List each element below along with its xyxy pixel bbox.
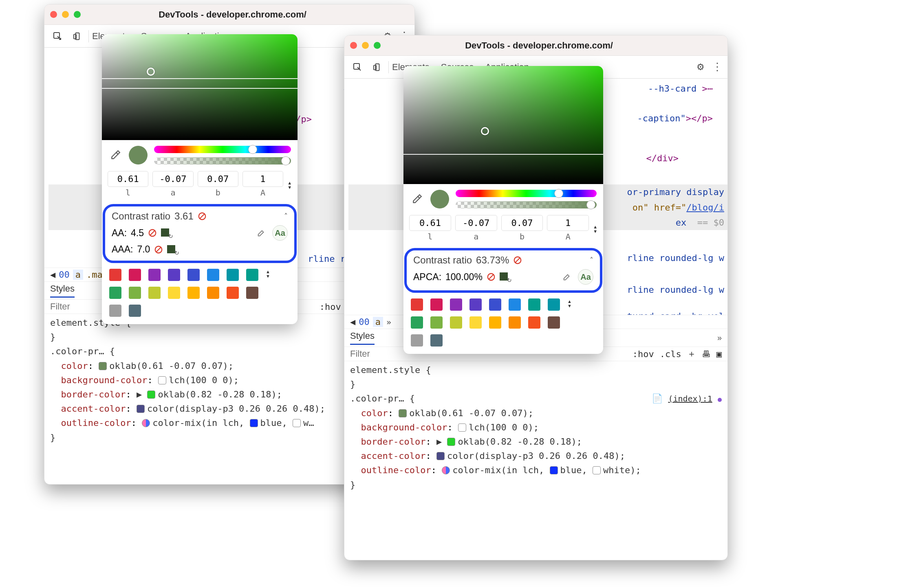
color-swatch-icon[interactable] <box>436 452 445 460</box>
add-rule-icon[interactable]: ＋ <box>687 348 696 360</box>
color-swatch-icon[interactable] <box>550 466 558 474</box>
bg-eyedropper-icon[interactable] <box>560 270 574 284</box>
device-icon[interactable] <box>69 28 85 44</box>
palette-swatch[interactable] <box>109 305 121 317</box>
inspect-icon[interactable] <box>349 59 366 75</box>
palette-swatch[interactable] <box>430 316 443 329</box>
palette-swatch[interactable] <box>207 287 219 299</box>
palette-swatch[interactable] <box>148 269 161 281</box>
palette-swatch[interactable] <box>469 298 482 311</box>
collapse-icon[interactable]: ˄ <box>590 256 593 265</box>
kebab-icon[interactable]: ⋮ <box>712 61 723 73</box>
palette-swatch[interactable] <box>227 269 239 281</box>
alpha-slider[interactable] <box>154 157 291 165</box>
palette-stepper[interactable]: ▲▼ <box>266 267 274 279</box>
palette-swatch[interactable] <box>509 316 521 329</box>
palette-swatch[interactable] <box>548 316 560 329</box>
color-spectrum[interactable] <box>102 34 298 140</box>
palette-swatch[interactable] <box>469 316 482 329</box>
tab-styles[interactable]: Styles <box>350 331 375 345</box>
a-input[interactable] <box>455 215 497 231</box>
palette-swatch[interactable] <box>168 269 180 281</box>
palette-swatch[interactable] <box>187 287 200 299</box>
palette-swatch[interactable] <box>187 269 200 281</box>
b-input[interactable] <box>198 171 238 187</box>
more-tabs-icon[interactable]: » <box>717 333 722 342</box>
hue-slider[interactable] <box>154 146 291 153</box>
maximize-icon[interactable] <box>374 42 381 49</box>
palette-swatch[interactable] <box>430 334 443 347</box>
palette-swatch[interactable] <box>411 334 423 347</box>
l-input[interactable] <box>409 215 451 231</box>
palette-swatch[interactable] <box>509 298 521 311</box>
b-input[interactable] <box>501 215 543 231</box>
palette-swatch[interactable] <box>528 316 540 329</box>
hover-toggle[interactable]: :hov <box>633 349 654 359</box>
palette-swatch[interactable] <box>411 298 423 311</box>
tab-styles[interactable]: Styles <box>50 283 75 298</box>
alpha-input[interactable] <box>547 215 589 231</box>
suggest-fix-icon[interactable] <box>500 272 511 281</box>
breadcrumb-num[interactable]: 00 <box>359 317 370 327</box>
alpha-slider[interactable] <box>456 201 597 208</box>
palette-swatch[interactable] <box>148 287 161 299</box>
palette-swatch[interactable] <box>489 316 501 329</box>
close-icon[interactable] <box>350 42 357 49</box>
color-swatch-icon[interactable] <box>137 405 145 413</box>
gear-icon[interactable]: ⚙ <box>692 59 709 75</box>
collapse-icon[interactable]: ˄ <box>284 212 288 221</box>
breadcrumb-a-item[interactable]: a <box>373 317 383 327</box>
color-swatch-icon[interactable] <box>593 466 601 474</box>
source-location[interactable]: 📄 (index):1 <box>652 391 722 406</box>
filter-input[interactable] <box>350 349 407 359</box>
inspect-icon[interactable] <box>49 28 66 44</box>
palette-swatch[interactable] <box>548 298 560 311</box>
color-swatch-icon[interactable] <box>399 409 407 417</box>
close-icon[interactable] <box>50 11 57 18</box>
maximize-icon[interactable] <box>74 11 81 18</box>
palette-stepper[interactable]: ▲▼ <box>567 297 576 308</box>
palette-swatch[interactable] <box>227 287 239 299</box>
eyedropper-icon[interactable] <box>410 192 424 206</box>
device-icon[interactable] <box>369 59 385 75</box>
palette-swatch[interactable] <box>246 287 258 299</box>
l-input[interactable] <box>108 171 148 187</box>
hue-slider[interactable] <box>456 190 597 197</box>
layout-icon[interactable]: ▣ <box>716 349 722 359</box>
color-mix-icon[interactable] <box>142 419 150 427</box>
format-stepper[interactable]: ▲▼ <box>287 179 292 190</box>
print-icon[interactable]: 🖶 <box>702 349 711 359</box>
color-swatch-icon[interactable] <box>250 419 258 427</box>
palette-swatch[interactable] <box>129 287 141 299</box>
suggest-fix-icon[interactable] <box>167 245 179 254</box>
color-swatch-icon[interactable] <box>293 419 301 427</box>
color-mix-icon[interactable] <box>442 466 450 474</box>
color-spectrum[interactable] <box>403 66 603 184</box>
more-crumbs-icon[interactable]: » <box>386 317 391 327</box>
minimize-icon[interactable] <box>62 11 69 18</box>
palette-swatch[interactable] <box>450 316 462 329</box>
palette-swatch[interactable] <box>246 269 258 281</box>
color-swatch-icon[interactable] <box>447 438 455 446</box>
palette-swatch[interactable] <box>129 305 141 317</box>
palette-swatch[interactable] <box>489 298 501 311</box>
chevron-left-icon[interactable]: ◀ <box>50 270 55 280</box>
palette-swatch[interactable] <box>168 287 180 299</box>
palette-swatch[interactable] <box>430 298 443 311</box>
palette-swatch[interactable] <box>528 298 540 311</box>
palette-swatch[interactable] <box>411 316 423 329</box>
palette-swatch[interactable] <box>207 269 219 281</box>
breadcrumb-a-item[interactable]: a <box>73 270 83 280</box>
cls-toggle[interactable]: .cls <box>660 349 681 359</box>
suggest-fix-icon[interactable] <box>161 228 172 237</box>
color-swatch-icon[interactable] <box>458 423 466 432</box>
minimize-icon[interactable] <box>362 42 369 49</box>
filter-input[interactable] <box>50 301 107 312</box>
eyedropper-icon[interactable] <box>108 148 122 162</box>
palette-swatch[interactable] <box>109 287 121 299</box>
color-swatch-icon[interactable] <box>158 376 166 384</box>
palette-swatch[interactable] <box>129 269 141 281</box>
breadcrumb-num[interactable]: 00 <box>59 270 70 280</box>
palette-swatch[interactable] <box>450 298 462 311</box>
format-stepper[interactable]: ▲▼ <box>593 223 597 234</box>
